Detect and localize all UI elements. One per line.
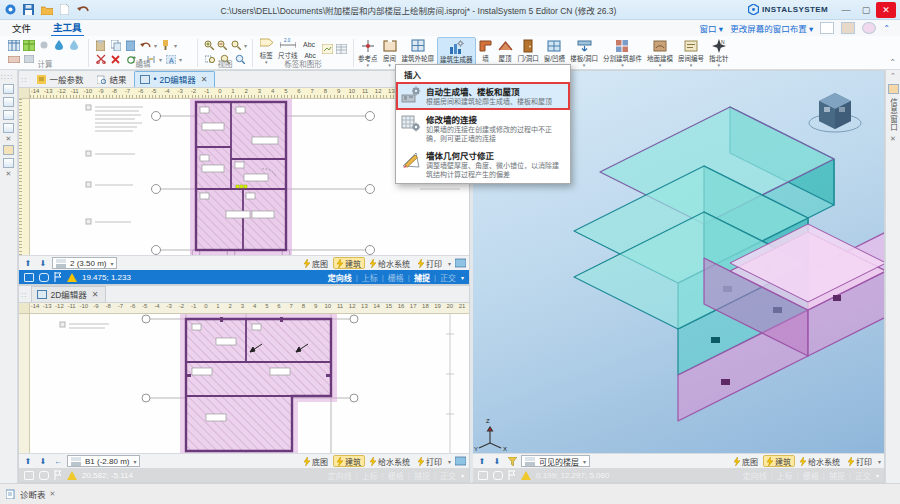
mode-toggle-1[interactable]: 定向线 — [328, 272, 352, 283]
doc-status-icon[interactable] — [24, 471, 34, 480]
floor-selector-top[interactable]: 2 (3.50 m)▾ — [52, 257, 117, 269]
layer-toggle-1[interactable]: 底图 — [731, 455, 761, 467]
mode-toggle-2[interactable]: 上标 — [362, 470, 378, 481]
layer-toggle-3[interactable]: 给水系统 — [797, 455, 843, 467]
docked-panel-icon[interactable] — [3, 158, 14, 168]
collapse-ribbon-icon[interactable]: ⌃ — [883, 24, 890, 33]
save-icon[interactable] — [22, 3, 35, 16]
insert-button-terrain[interactable]: 地面建模▾ — [645, 37, 675, 69]
calc-settings-icon[interactable] — [37, 39, 50, 51]
mode-toggle-1[interactable]: 定向线 — [743, 470, 767, 481]
plan-canvas-bottom[interactable] — [30, 314, 469, 453]
mode-toggle-4[interactable]: 捕捉 — [414, 470, 430, 481]
tab-close-icon[interactable]: ✕ — [92, 290, 99, 299]
undo-small-icon[interactable] — [139, 39, 152, 51]
floor-down-icon[interactable]: ⬇ — [491, 456, 503, 467]
back-arrow-icon[interactable]: ← — [52, 456, 64, 467]
floor-selector-bottom[interactable]: B1 (-2.80 m)▾ — [67, 455, 140, 467]
tab-general-params[interactable]: 一般参数 — [31, 71, 90, 87]
flag-status-icon[interactable] — [54, 272, 62, 282]
monitor-icon[interactable] — [820, 22, 834, 34]
layer-toggle-3[interactable]: 给水系统 — [367, 257, 413, 269]
dock-close-icon[interactable]: ✕ — [6, 171, 12, 177]
link-status-icon[interactable] — [493, 471, 503, 480]
mode-toggle-3[interactable]: 栅格 — [388, 470, 404, 481]
docked-folder-icon[interactable] — [3, 145, 14, 155]
flag-status-icon[interactable] — [54, 470, 62, 480]
insert-button-compass[interactable]: N指北针▾ — [707, 37, 731, 69]
info-panel-icon[interactable] — [888, 84, 899, 94]
globe-icon[interactable] — [862, 22, 876, 34]
mode-toggle-1[interactable]: 定向线 — [328, 470, 352, 481]
tab-2d-editor-top[interactable]: •2D编辑器✕ — [134, 71, 214, 87]
warning-icon[interactable] — [67, 471, 77, 480]
copy-icon[interactable] — [109, 39, 122, 51]
docked-panel-icon[interactable] — [3, 110, 14, 120]
graphic-table-icon[interactable] — [336, 43, 348, 55]
calc-table-icon[interactable] — [7, 39, 20, 51]
floor-down-icon[interactable]: ⬇ — [37, 456, 49, 467]
water-drop2-icon[interactable] — [67, 39, 80, 51]
clipboard-icon[interactable] — [124, 39, 137, 51]
dock-close-icon[interactable]: ✕ — [890, 136, 896, 142]
zoom-in-icon[interactable] — [203, 39, 215, 51]
tab-file[interactable]: 文件 — [10, 20, 33, 36]
doc-status-icon[interactable] — [478, 471, 488, 480]
mode-toggle-5[interactable]: 正交 — [440, 470, 456, 481]
window-menu-button[interactable]: 窗口 ▾ — [699, 22, 723, 34]
printer-icon[interactable] — [841, 22, 855, 34]
menu-item-fix-wall-connections[interactable]: 修改墙的连接 如果墙的连接在创建或修改的过程中不正确，则可更正墙的连接 — [396, 110, 570, 147]
floor-up-icon[interactable]: ⬆ — [476, 456, 488, 467]
insert-button-ref-point[interactable]: 参考点▾ — [356, 37, 380, 69]
link-status-icon[interactable] — [39, 273, 49, 282]
paste-icon[interactable] — [94, 39, 107, 51]
mode-toggle-4[interactable]: 捕捉 — [829, 470, 845, 481]
layer-toggle-2[interactable]: 建筑 — [763, 455, 795, 467]
ribbon-collapse-icon[interactable]: ⌃ — [889, 58, 896, 67]
warning-icon[interactable] — [521, 471, 531, 480]
format-brush-icon[interactable] — [159, 39, 172, 51]
layer-toggle-4[interactable]: 打印 — [415, 257, 445, 269]
doc-status-icon[interactable] — [24, 273, 34, 282]
water-drop-icon[interactable] — [52, 39, 65, 51]
layer-toggle-1[interactable]: 底图 — [301, 257, 331, 269]
calc-green-table-icon[interactable] — [22, 39, 35, 51]
link-status-icon[interactable] — [39, 471, 49, 480]
layer-toggle-2[interactable]: 建筑 — [333, 455, 365, 467]
menu-item-wall-geometry-fix[interactable]: 墙体几何尺寸修正 调整墙壁厚度、角度、微小错位，以消除建筑结构计算过程产生的偏差 — [396, 146, 570, 183]
floor-up-icon[interactable]: ⬆ — [22, 258, 34, 269]
mode-toggle-5[interactable]: 正交 — [440, 272, 456, 283]
tab-2d-editor-bottom[interactable]: 2D编辑器✕ — [31, 286, 105, 302]
layer-toggle-4[interactable]: 打印 — [845, 455, 875, 467]
diagnostics-tab-label[interactable]: 诊断表 — [20, 488, 46, 500]
insert-button-floor-slab[interactable]: 楼板/洞口▾ — [568, 37, 600, 69]
floor-down-icon[interactable]: ⬇ — [37, 258, 49, 269]
layers-extra-icon[interactable] — [454, 456, 466, 467]
insert-button-split-parts[interactable]: 分割建筑部件▾ — [601, 37, 644, 69]
mode-toggle-3[interactable]: 栅格 — [388, 272, 404, 283]
tab-results[interactable]: 结果 — [91, 71, 133, 87]
layer-toggle-2[interactable]: 建筑 — [333, 257, 365, 269]
change-layout-button[interactable]: 更改屏幕的窗口布置 ▾ — [730, 22, 813, 34]
minimize-button[interactable]: — — [836, 2, 856, 18]
diagnostics-close-icon[interactable]: ✕ — [50, 491, 56, 497]
menu-item-auto-generate[interactable]: 自动生成墙、楼板和屋顶 根据房间和建筑轮廓生成墙、楼板和屋顶 — [396, 82, 570, 110]
layer-toggle-1[interactable]: 底图 — [301, 455, 331, 467]
tab-main-tools[interactable]: 主工具 — [51, 19, 84, 37]
docked-panel-icon[interactable] — [3, 84, 14, 94]
mode-toggle-5[interactable]: 正交 — [855, 470, 871, 481]
maximize-button[interactable]: ▢ — [856, 2, 876, 18]
new-file-icon[interactable] — [58, 3, 71, 16]
layer-toggle-4[interactable]: 打印 — [415, 455, 445, 467]
docked-panel-icon[interactable] — [3, 97, 14, 107]
zoom-out-icon[interactable] — [217, 39, 229, 51]
close-button[interactable]: ✕ — [876, 2, 896, 18]
floor-selector-3d[interactable]: 可见的楼层▾ — [521, 455, 590, 467]
layers-extra-icon[interactable] — [454, 258, 466, 269]
layer-toggle-3[interactable]: 给水系统 — [367, 455, 413, 467]
zoom-fit-icon[interactable] — [230, 39, 242, 51]
mode-toggle-2[interactable]: 上标 — [362, 272, 378, 283]
mode-toggle-2[interactable]: 上标 — [777, 470, 793, 481]
undo-icon[interactable] — [76, 3, 89, 16]
graphic-frame-icon[interactable] — [321, 43, 333, 55]
